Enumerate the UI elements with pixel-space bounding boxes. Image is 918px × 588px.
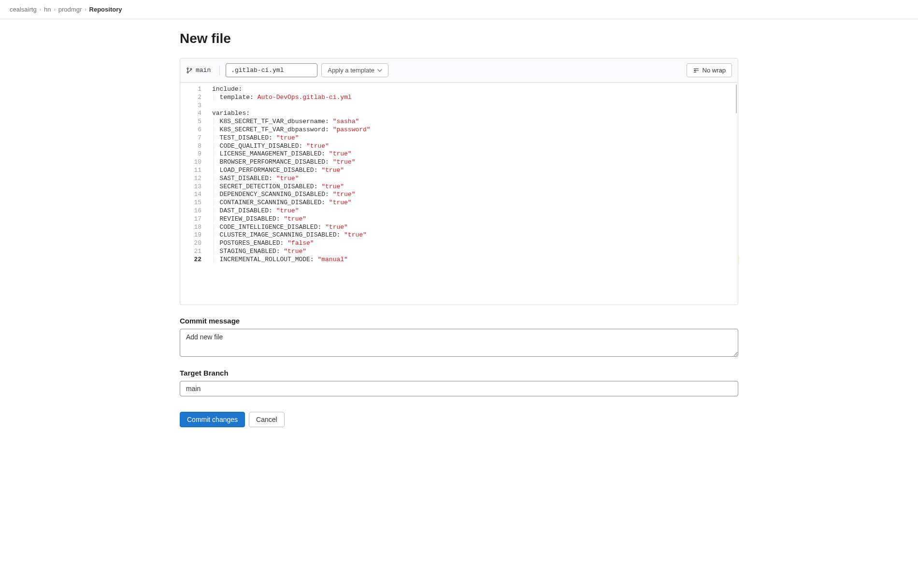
page-title: New file xyxy=(180,31,738,46)
code-line[interactable]: │ SAST_DISABLED: "true" xyxy=(212,175,738,183)
line-number: 20 xyxy=(183,239,201,248)
chevron-right-icon: › xyxy=(85,7,86,12)
line-number: 5 xyxy=(183,118,201,126)
svg-point-2 xyxy=(190,68,192,70)
commit-message-input[interactable] xyxy=(180,329,738,357)
line-number: 13 xyxy=(183,183,201,191)
separator xyxy=(219,66,220,75)
line-number: 1 xyxy=(183,85,201,94)
filename-input[interactable] xyxy=(226,63,317,77)
line-number: 19 xyxy=(183,231,201,239)
line-number: 22 xyxy=(183,256,201,264)
code-line[interactable]: │ CONTAINER_SCANNING_DISABLED: "true" xyxy=(212,199,738,207)
code-content[interactable]: include:│ template: Auto-DevOps.gitlab-c… xyxy=(208,83,738,305)
chevron-right-icon: › xyxy=(40,7,41,12)
line-number: 11 xyxy=(183,167,201,175)
line-number: 18 xyxy=(183,224,201,232)
breadcrumb-link[interactable]: prodmgr xyxy=(58,6,82,13)
code-editor[interactable]: 12345678910111213141516171819202122 incl… xyxy=(180,83,738,305)
line-number: 14 xyxy=(183,191,201,199)
code-line[interactable]: │ K8S_SECRET_TF_VAR_dbpassword: "passwor… xyxy=(212,126,738,134)
line-number-gutter: 12345678910111213141516171819202122 xyxy=(180,83,208,305)
breadcrumb-current: Repository xyxy=(89,6,122,13)
editor-toolbar: main Apply a template No wrap xyxy=(180,58,738,83)
code-line[interactable]: │ CODE_QUALITY_DISABLED: "true" xyxy=(212,142,738,151)
code-line[interactable]: include: xyxy=(212,85,738,94)
code-line[interactable]: │ REVIEW_DISABLED: "true" xyxy=(212,215,738,224)
code-line[interactable]: │ CLUSTER_IMAGE_SCANNING_DISABLED: "true… xyxy=(212,231,738,239)
code-line[interactable]: │ K8S_SECRET_TF_VAR_dbusername: "sasha" xyxy=(212,118,738,126)
cancel-button[interactable]: Cancel xyxy=(249,412,285,427)
form-actions: Commit changes Cancel xyxy=(180,412,738,427)
code-line[interactable]: │ LICENSE_MANAGEMENT_DISABLED: "true" xyxy=(212,150,738,158)
line-number: 8 xyxy=(183,142,201,151)
apply-template-label: Apply a template xyxy=(328,67,374,74)
branch-name: main xyxy=(196,67,211,74)
wrap-icon xyxy=(693,67,700,74)
line-number: 4 xyxy=(183,110,201,118)
line-number: 6 xyxy=(183,126,201,134)
target-branch-label: Target Branch xyxy=(180,369,738,377)
nowrap-label: No wrap xyxy=(703,67,726,74)
breadcrumb-link[interactable]: hn xyxy=(44,6,51,13)
code-line[interactable]: │ INCREMENTAL_ROLLOUT_MODE: "manual" xyxy=(212,256,738,264)
nowrap-button[interactable]: No wrap xyxy=(687,63,732,77)
target-branch-input[interactable] xyxy=(180,381,738,396)
line-number: 17 xyxy=(183,215,201,224)
commit-changes-button[interactable]: Commit changes xyxy=(180,412,245,427)
code-line[interactable]: │ LOAD_PERFORMANCE_DISABLED: "true" xyxy=(212,167,738,175)
apply-template-button[interactable]: Apply a template xyxy=(321,63,388,77)
breadcrumb-link[interactable]: cealsairtg xyxy=(10,6,37,13)
commit-message-label: Commit message xyxy=(180,317,738,325)
code-line[interactable]: │ CODE_INTELLIGENCE_DISABLED: "true" xyxy=(212,224,738,232)
editor-panel: main Apply a template No wrap 1234567891… xyxy=(180,58,738,305)
line-number: 12 xyxy=(183,175,201,183)
line-number: 9 xyxy=(183,150,201,158)
line-number: 15 xyxy=(183,199,201,207)
line-number: 21 xyxy=(183,248,201,256)
line-number: 2 xyxy=(183,94,201,102)
line-number: 16 xyxy=(183,207,201,215)
line-number: 7 xyxy=(183,134,201,142)
branch-indicator: main xyxy=(186,67,214,74)
code-line[interactable]: │ STAGING_ENABLED: "true" xyxy=(212,248,738,256)
chevron-right-icon: › xyxy=(54,7,55,12)
code-line[interactable]: │ POSTGRES_ENABLED: "false" xyxy=(212,239,738,248)
line-number: 10 xyxy=(183,158,201,167)
code-line[interactable]: │ template: Auto-DevOps.gitlab-ci.yml xyxy=(212,94,738,102)
chevron-down-icon xyxy=(377,68,382,73)
breadcrumb: cealsairtg › hn › prodmgr › Repository xyxy=(0,0,918,19)
code-line[interactable]: │ BROWSER_PERFORMANCE_DISABLED: "true" xyxy=(212,158,738,167)
svg-point-1 xyxy=(187,71,188,73)
code-line[interactable]: variables: xyxy=(212,110,738,118)
code-line[interactable] xyxy=(212,102,738,110)
code-line[interactable]: │ DAST_DISABLED: "true" xyxy=(212,207,738,215)
code-line[interactable]: │ SECRET_DETECTION_DISABLED: "true" xyxy=(212,183,738,191)
branch-icon xyxy=(186,67,193,74)
code-line[interactable]: │ TEST_DISABLED: "true" xyxy=(212,134,738,142)
line-number: 3 xyxy=(183,102,201,110)
code-line[interactable]: │ DEPENDENCY_SCANNING_DISABLED: "true" xyxy=(212,191,738,199)
svg-point-0 xyxy=(187,68,188,69)
